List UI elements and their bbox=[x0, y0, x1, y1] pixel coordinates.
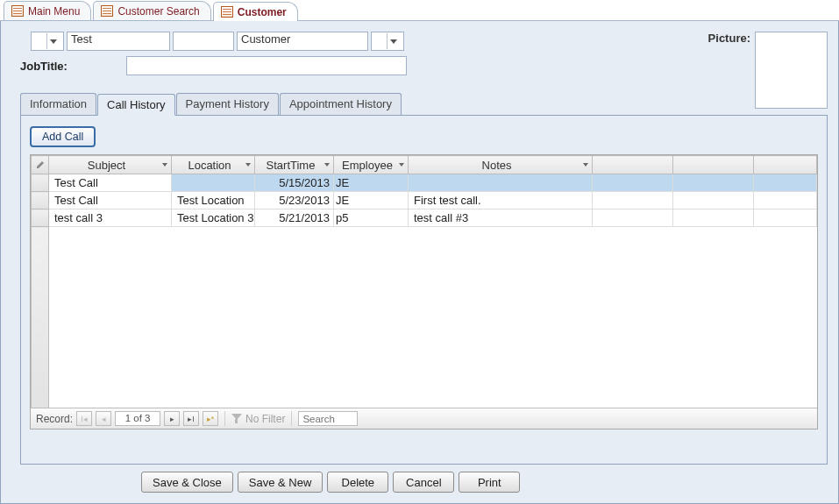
tab-customer-label: Customer bbox=[238, 6, 287, 18]
save-close-label: Save & Close bbox=[153, 476, 222, 489]
cell-location[interactable]: Test Location bbox=[172, 192, 255, 209]
col-start-time[interactable]: StartTime bbox=[255, 156, 334, 174]
customer-form: Test Customer JobTitle: Picture: Informa… bbox=[0, 21, 839, 504]
pencil-icon bbox=[36, 160, 45, 169]
cell-extra[interactable] bbox=[754, 209, 817, 227]
cell-extra[interactable] bbox=[593, 192, 673, 209]
jobtitle-field[interactable] bbox=[126, 56, 407, 75]
last-name-field[interactable]: Customer bbox=[237, 32, 368, 51]
col-subject[interactable]: Subject bbox=[49, 156, 172, 174]
cell-start-time[interactable]: 5/15/2013 bbox=[255, 174, 334, 192]
tab-customer-search-label: Customer Search bbox=[117, 5, 199, 18]
form-icon bbox=[221, 6, 233, 18]
table-row[interactable]: Test Call Test Location 5/23/2013 JE Fir… bbox=[32, 192, 817, 209]
row-selector[interactable] bbox=[32, 192, 49, 209]
col-notes[interactable]: Notes bbox=[409, 156, 593, 174]
add-call-button[interactable]: Add Call bbox=[30, 126, 96, 147]
last-name-value: Customer bbox=[241, 32, 290, 46]
cell-notes[interactable]: First test call. bbox=[409, 192, 593, 209]
cell-subject[interactable]: Test Call bbox=[49, 174, 172, 192]
jobtitle-label: JobTitle: bbox=[20, 60, 124, 73]
record-label: Record: bbox=[36, 413, 73, 425]
prefix-combo[interactable] bbox=[31, 32, 64, 51]
cell-notes[interactable] bbox=[409, 174, 593, 192]
col-start-time-label: StartTime bbox=[267, 159, 316, 172]
tab-appointment-history[interactable]: Appointment History bbox=[280, 93, 402, 115]
cell-start-time[interactable]: 5/23/2013 bbox=[255, 192, 334, 209]
col-employee[interactable]: Employee bbox=[334, 156, 409, 174]
tab-main-menu-label: Main Menu bbox=[28, 5, 80, 18]
nav-last-button[interactable]: ▸I bbox=[183, 411, 199, 426]
col-subject-label: Subject bbox=[88, 159, 125, 172]
picture-label: Picture: bbox=[708, 32, 750, 45]
row-selector[interactable] bbox=[32, 174, 49, 192]
cell-employee[interactable]: JE bbox=[334, 192, 409, 209]
cell-notes[interactable]: test call #3 bbox=[409, 209, 593, 227]
middle-name-field[interactable] bbox=[173, 32, 234, 51]
first-name-field[interactable]: Test bbox=[67, 32, 170, 51]
chevron-down-icon bbox=[46, 33, 60, 49]
row-selector[interactable] bbox=[32, 209, 49, 227]
cancel-button[interactable]: Cancel bbox=[393, 472, 454, 493]
col-location[interactable]: Location bbox=[172, 156, 255, 174]
call-history-panel: Add Call Subject Location StartTime Empl… bbox=[20, 116, 828, 465]
nav-next-button[interactable]: ▸ bbox=[164, 411, 180, 426]
nav-first-button[interactable]: I◂ bbox=[76, 411, 92, 426]
svg-marker-0 bbox=[37, 161, 44, 168]
select-all-corner[interactable] bbox=[32, 156, 49, 174]
call-history-datasheet: Subject Location StartTime Employee Note… bbox=[30, 154, 818, 429]
nav-new-button[interactable]: ▸* bbox=[203, 411, 218, 426]
print-label: Print bbox=[478, 476, 501, 489]
cell-subject[interactable]: Test Call bbox=[49, 192, 172, 209]
filter-icon bbox=[231, 414, 242, 424]
add-call-label: Add Call bbox=[42, 131, 83, 143]
cell-extra[interactable] bbox=[673, 174, 754, 192]
first-name-value: Test bbox=[71, 32, 92, 46]
tab-customer[interactable]: Customer bbox=[213, 2, 298, 21]
tab-payment-history[interactable]: Payment History bbox=[176, 93, 279, 115]
tab-customer-search[interactable]: Customer Search bbox=[93, 1, 210, 20]
form-button-row: Save & Close Save & New Delete Cancel Pr… bbox=[1, 465, 838, 493]
save-new-button[interactable]: Save & New bbox=[238, 472, 324, 493]
save-close-button[interactable]: Save & Close bbox=[141, 472, 233, 493]
col-extra-3[interactable] bbox=[754, 156, 817, 174]
cell-extra[interactable] bbox=[673, 192, 754, 209]
cell-start-time[interactable]: 5/21/2013 bbox=[255, 209, 334, 227]
separator bbox=[291, 411, 292, 426]
picture-box[interactable] bbox=[755, 32, 828, 109]
chevron-down-icon bbox=[162, 163, 167, 167]
nav-prev-button[interactable]: ◂ bbox=[96, 411, 111, 426]
record-position[interactable]: 1 of 3 bbox=[115, 411, 160, 426]
search-input[interactable] bbox=[298, 411, 358, 426]
cell-extra[interactable] bbox=[593, 209, 673, 227]
table-row[interactable]: Test Call 5/15/2013 JE bbox=[32, 174, 817, 192]
delete-label: Delete bbox=[342, 476, 375, 489]
col-extra-2[interactable] bbox=[673, 156, 754, 174]
col-employee-label: Employee bbox=[342, 159, 393, 172]
cell-subject[interactable]: test call 3 bbox=[49, 209, 172, 227]
table-row[interactable]: test call 3 Test Location 3 5/21/2013 p5… bbox=[32, 209, 817, 227]
document-tab-bar: Main Menu Customer Search Customer bbox=[0, 0, 839, 21]
tab-call-history[interactable]: Call History bbox=[97, 94, 174, 116]
delete-button[interactable]: Delete bbox=[327, 472, 388, 493]
chevron-down-icon bbox=[387, 33, 400, 49]
tab-information-label: Information bbox=[30, 97, 87, 110]
detail-tabs: Information Call History Payment History… bbox=[20, 93, 828, 116]
cell-extra[interactable] bbox=[754, 174, 817, 192]
form-icon bbox=[11, 5, 24, 17]
cell-extra[interactable] bbox=[673, 209, 754, 227]
col-extra-1[interactable] bbox=[593, 156, 673, 174]
tab-information[interactable]: Information bbox=[20, 93, 96, 115]
cell-extra[interactable] bbox=[593, 174, 673, 192]
record-navigator: Record: I◂ ◂ 1 of 3 ▸ ▸I ▸* No Filter bbox=[31, 408, 817, 429]
tab-main-menu[interactable]: Main Menu bbox=[4, 1, 91, 20]
print-button[interactable]: Print bbox=[459, 472, 520, 493]
save-new-label: Save & New bbox=[249, 476, 312, 489]
chevron-down-icon bbox=[399, 163, 404, 167]
cell-employee[interactable]: p5 bbox=[334, 209, 409, 227]
cell-location[interactable]: Test Location 3 bbox=[172, 209, 255, 227]
cell-extra[interactable] bbox=[754, 192, 817, 209]
suffix-combo[interactable] bbox=[371, 32, 404, 51]
cell-employee[interactable]: JE bbox=[334, 174, 409, 192]
cell-location[interactable] bbox=[172, 174, 255, 192]
